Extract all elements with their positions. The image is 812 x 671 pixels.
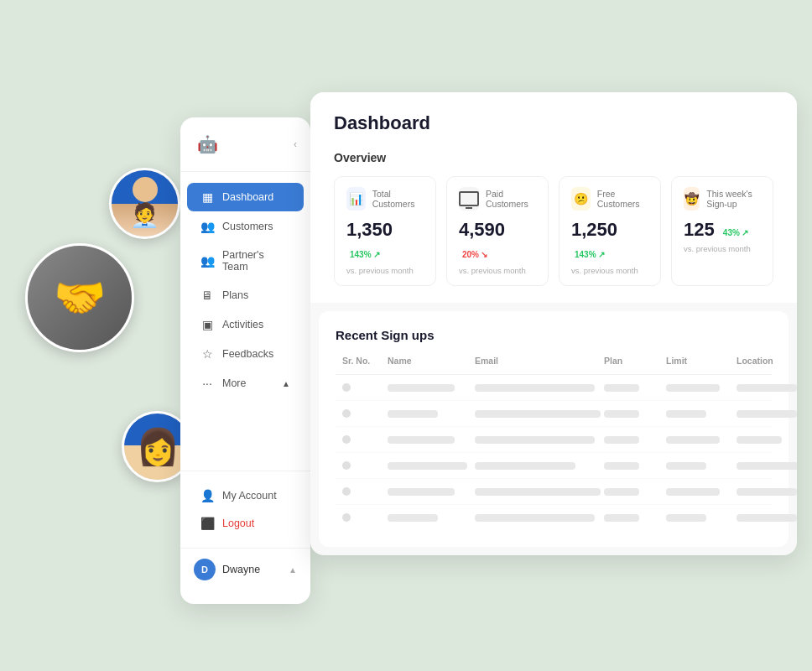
user-name: Dwayne — [222, 564, 282, 575]
card-weekly-signup: 🤠 This week's Sign-up 125 43% ↗ vs. prev… — [671, 176, 773, 286]
skeleton-location — [737, 488, 797, 496]
skeleton-email — [475, 384, 595, 392]
skeleton-plan — [604, 410, 639, 418]
sidebar-item-partners-team[interactable]: 👥 Partner's Team — [187, 242, 304, 280]
weekly-signup-icon: 🤠 — [684, 187, 700, 211]
weekly-signup-value: 125 43% ↗ — [684, 219, 761, 241]
table-row[interactable] — [336, 375, 772, 401]
customers-icon: 👥 — [200, 220, 214, 233]
table-row[interactable] — [336, 453, 772, 479]
sidebar-label-activities: Activities — [222, 319, 263, 330]
skeleton-limit — [666, 462, 706, 470]
paid-customers-icon — [459, 187, 479, 211]
row-dot — [342, 513, 351, 522]
card-header-paid: Paid Customers — [459, 187, 536, 211]
dashboard-title: Dashboard — [334, 112, 773, 134]
overview-label: Overview — [334, 151, 773, 164]
paid-customers-badge: 20% ↘ — [462, 250, 487, 259]
th-plan: Plan — [604, 356, 663, 366]
skeleton-name — [388, 436, 455, 444]
paid-customers-value: 4,590 20% ↘ — [459, 219, 536, 263]
table-row[interactable] — [336, 401, 772, 427]
sidebar-item-activities[interactable]: ▣ Activities — [187, 310, 304, 339]
table-header: Sr. No. Name Email Plan Limit Location L… — [336, 356, 772, 375]
sidebar-item-plans[interactable]: 🖥 Plans — [187, 281, 304, 309]
table-row[interactable] — [336, 427, 772, 453]
card-header-total: 📊 Total Customers — [346, 187, 424, 211]
skeleton-email — [475, 488, 601, 496]
sidebar: 🤖 ‹ ▦ Dashboard 👥 Customers 👥 Partner's … — [180, 117, 310, 604]
down-arrow-icon: ↘ — [481, 250, 487, 259]
th-name: Name — [388, 356, 471, 366]
total-customers-sub: vs. previous month — [346, 266, 424, 275]
user-bar[interactable]: D Dwayne ▲ — [180, 548, 310, 590]
skeleton-email — [475, 514, 595, 522]
th-location: Location — [737, 356, 797, 366]
app-logo: 🤖 — [194, 131, 221, 158]
skeleton-limit — [666, 488, 720, 496]
skeleton-limit — [666, 514, 706, 522]
sidebar-item-my-account[interactable]: 👤 My Account — [187, 482, 304, 509]
skeleton-email — [475, 462, 575, 470]
skeleton-name — [388, 462, 467, 470]
card-header-weekly: 🤠 This week's Sign-up — [684, 187, 761, 211]
total-customers-label: Total Customers — [372, 189, 424, 209]
skeleton-email — [475, 436, 595, 444]
skeleton-plan — [604, 514, 639, 522]
dashboard-header: Dashboard Overview 📊 Total Customers 1,3… — [310, 92, 797, 303]
skeleton-limit — [666, 436, 720, 444]
more-icon: ··· — [200, 377, 214, 390]
sidebar-item-more[interactable]: ··· More ▲ — [187, 369, 304, 398]
skeleton-name — [388, 410, 438, 418]
skeleton-email — [475, 410, 601, 418]
sidebar-label-more: More — [222, 377, 246, 389]
free-customers-label: Free Customers — [597, 189, 648, 209]
collapse-button[interactable]: ‹ — [294, 138, 297, 150]
row-dot — [342, 435, 351, 444]
skeleton-name — [388, 384, 455, 392]
sidebar-label-logout: Logout — [222, 518, 254, 529]
skeleton-name — [388, 514, 438, 522]
avatar-top: 🧑‍💼 — [109, 168, 180, 239]
row-dot — [342, 409, 351, 418]
recent-signups-section: Recent Sign ups Sr. No. Name Email Plan … — [319, 311, 789, 547]
sidebar-logo: 🤖 ‹ — [180, 131, 310, 172]
dashboard-icon: ▦ — [200, 190, 214, 204]
feedbacks-icon: ☆ — [200, 347, 214, 361]
partners-icon: 👥 — [200, 254, 214, 268]
overview-cards: 📊 Total Customers 1,350 143% ↗ vs. previ… — [334, 176, 773, 286]
sidebar-label-dashboard: Dashboard — [222, 191, 273, 203]
skeleton-plan — [604, 462, 639, 470]
sidebar-item-feedbacks[interactable]: ☆ Feedbacks — [187, 340, 304, 368]
table-row[interactable] — [336, 479, 772, 505]
sidebar-item-logout[interactable]: ⬛ Logout — [187, 510, 304, 537]
free-customers-value: 1,250 143% ↗ — [571, 219, 648, 263]
card-header-free: 😕 Free Customers — [571, 187, 648, 211]
skeleton-name — [388, 488, 455, 496]
th-srno: Sr. No. — [342, 356, 384, 366]
table-row[interactable] — [336, 505, 772, 530]
up-arrow-icon-2: ↗ — [598, 250, 605, 259]
total-customers-icon: 📊 — [346, 187, 366, 211]
sidebar-label-plans: Plans — [222, 289, 248, 301]
th-email: Email — [475, 356, 601, 366]
recent-signups-title: Recent Sign ups — [336, 328, 772, 342]
free-customers-sub: vs. previous month — [571, 266, 648, 275]
row-dot — [342, 383, 351, 392]
card-total-customers: 📊 Total Customers 1,350 143% ↗ vs. previ… — [334, 176, 436, 286]
free-customers-badge: 143% ↗ — [575, 250, 605, 259]
sidebar-label-customers: Customers — [222, 221, 273, 232]
free-customers-icon: 😕 — [571, 187, 591, 211]
table-body — [336, 375, 772, 530]
more-arrow-icon: ▲ — [282, 379, 290, 388]
row-dot — [342, 487, 351, 496]
card-free-customers: 😕 Free Customers 1,250 143% ↗ vs. previo… — [559, 176, 661, 286]
my-account-icon: 👤 — [200, 489, 214, 502]
th-limit: Limit — [666, 356, 733, 366]
user-avatar: D — [194, 559, 216, 580]
skeleton-plan — [604, 384, 639, 392]
skeleton-location — [737, 462, 797, 470]
user-menu-arrow: ▲ — [289, 565, 297, 575]
sidebar-item-customers[interactable]: 👥 Customers — [187, 212, 304, 241]
sidebar-item-dashboard[interactable]: ▦ Dashboard — [187, 183, 304, 211]
